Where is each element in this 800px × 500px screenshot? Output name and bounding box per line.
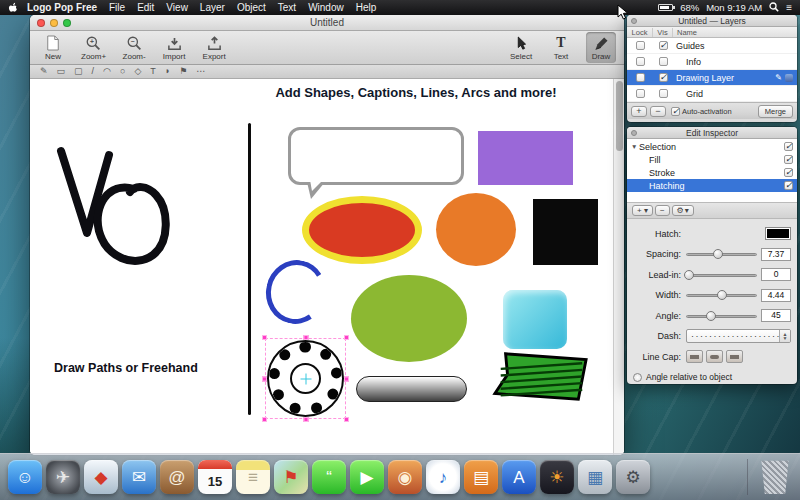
inspector-row-fill[interactable]: Fill xyxy=(627,153,797,166)
new-button[interactable]: New xyxy=(38,32,68,63)
hatch-color-swatch[interactable] xyxy=(765,227,791,240)
lead-in-slider[interactable] xyxy=(686,269,757,281)
speech-bubble-tool-icon[interactable]: ◗ xyxy=(165,67,170,76)
panel-close-icon[interactable] xyxy=(631,18,637,24)
dock-icon-calendar[interactable]: 15 xyxy=(198,460,232,494)
visibility-checkbox[interactable] xyxy=(653,41,673,50)
dock-icon-facetime[interactable]: ▶ xyxy=(350,460,384,494)
dash-select[interactable]: ·······················▲▼ xyxy=(686,329,791,343)
disclosure-icon[interactable]: ▼ xyxy=(631,143,639,150)
dock-icon-messages[interactable]: “ xyxy=(312,460,346,494)
select-button[interactable]: Select xyxy=(506,32,536,63)
selection-handle[interactable] xyxy=(344,417,349,422)
layer-color-icon[interactable] xyxy=(785,74,793,82)
green-striped-flag[interactable] xyxy=(492,350,589,403)
polygon-tool-icon[interactable]: ◇ xyxy=(134,67,141,76)
slider-knob[interactable] xyxy=(717,290,727,300)
canvas[interactable]: Add Shapes, Captions, Lines, Arcs and mo… xyxy=(30,79,624,455)
notification-center-icon[interactable]: ≡ xyxy=(786,2,792,13)
dock-icon-photo-booth[interactable]: ◉ xyxy=(388,460,422,494)
angle-value-field[interactable]: 45 xyxy=(761,309,791,322)
selection-handle[interactable] xyxy=(262,376,267,381)
remove-layer-button[interactable]: − xyxy=(650,106,666,117)
selection-handle[interactable] xyxy=(262,417,267,422)
speech-bubble[interactable] xyxy=(288,127,464,185)
visibility-checkbox[interactable] xyxy=(653,73,673,82)
vertical-scrollbar[interactable] xyxy=(613,79,624,455)
selection-handle[interactable] xyxy=(344,376,349,381)
menu-help[interactable]: Help xyxy=(356,2,377,13)
property-checkbox[interactable] xyxy=(784,155,793,164)
menu-file[interactable]: File xyxy=(109,2,125,13)
gear-menu-button[interactable]: ⚙ ▾ xyxy=(672,205,694,216)
merge-button[interactable]: Merge xyxy=(758,105,793,118)
line-tool-icon[interactable]: / xyxy=(92,67,95,76)
red-ellipse-yellow-border[interactable] xyxy=(302,196,422,264)
more-tool-icon[interactable]: ⋯ xyxy=(196,67,205,76)
zoom-button[interactable] xyxy=(63,19,71,27)
gray-gradient-pill[interactable] xyxy=(356,376,467,402)
dock-icon-notes[interactable]: ≡ xyxy=(236,460,270,494)
selection-handle[interactable] xyxy=(344,335,349,340)
draw-button[interactable]: Draw xyxy=(586,32,616,63)
dock-icon-app-store[interactable]: A xyxy=(502,460,536,494)
linecap-round-button[interactable] xyxy=(706,350,723,363)
dock-icon-trash[interactable] xyxy=(758,460,792,494)
minimize-button[interactable] xyxy=(50,19,58,27)
visibility-checkbox[interactable] xyxy=(653,89,673,98)
green-ellipse[interactable] xyxy=(351,275,467,362)
edit-layer-icon[interactable]: ✎ xyxy=(775,73,782,82)
property-checkbox[interactable] xyxy=(784,142,793,151)
layer-row-info[interactable]: Info xyxy=(627,54,797,70)
menu-object[interactable]: Object xyxy=(237,2,266,13)
dock-icon-contacts[interactable]: @ xyxy=(160,460,194,494)
hatched-circle-selected[interactable] xyxy=(266,339,345,418)
inspector-row-selection[interactable]: ▼Selection xyxy=(627,140,797,153)
slider-knob[interactable] xyxy=(706,311,716,321)
linecap-square-button[interactable] xyxy=(726,350,743,363)
zoom-out-button[interactable]: −Zoom- xyxy=(119,32,149,63)
lock-checkbox[interactable] xyxy=(627,41,653,50)
lock-checkbox[interactable] xyxy=(627,73,653,82)
panel-close-icon[interactable] xyxy=(631,130,637,136)
text-tool-icon[interactable]: T xyxy=(150,67,156,76)
width-value-field[interactable]: 4.44 xyxy=(761,289,791,302)
freehand-tool-icon[interactable]: ✎ xyxy=(40,67,48,76)
width-slider[interactable] xyxy=(686,289,757,301)
dock-icon-preview[interactable]: ▦ xyxy=(578,460,612,494)
spacing-value-field[interactable]: 7.37 xyxy=(761,248,791,261)
close-button[interactable] xyxy=(37,19,45,27)
export-button[interactable]: Export xyxy=(199,32,229,63)
dock-icon-safari[interactable]: ◆ xyxy=(84,460,118,494)
menu-text[interactable]: Text xyxy=(278,2,296,13)
ribbon-tool-icon[interactable]: ⚑ xyxy=(179,67,187,76)
layer-row-grid[interactable]: Grid xyxy=(627,86,797,102)
visibility-checkbox[interactable] xyxy=(653,57,673,66)
apple-menu[interactable] xyxy=(8,2,18,14)
dock-icon-system-preferences[interactable]: ⚙ xyxy=(616,460,650,494)
menu-view[interactable]: View xyxy=(166,2,188,13)
stepper-arrows[interactable]: ▲▼ xyxy=(779,330,790,342)
cyan-rounded-square[interactable] xyxy=(503,290,567,349)
lead-in-value-field[interactable]: 0 xyxy=(761,268,791,281)
lock-checkbox[interactable] xyxy=(627,57,653,66)
ellipse-tool-icon[interactable]: ○ xyxy=(120,67,125,76)
menu-clock[interactable]: Mon 9:19 AM xyxy=(706,2,762,13)
inspector-titlebar[interactable]: Edit Inspector xyxy=(627,127,797,139)
property-checkbox[interactable] xyxy=(784,168,793,177)
layers-panel-titlebar[interactable]: Untitled — Layers xyxy=(627,15,797,27)
zoom-in-button[interactable]: +Zoom+ xyxy=(78,32,109,63)
layer-row-guides[interactable]: Guides xyxy=(627,38,797,54)
arc-tool-icon[interactable]: ◠ xyxy=(103,67,111,76)
black-square[interactable] xyxy=(533,199,598,265)
dock-icon-iphoto[interactable]: ☀ xyxy=(540,460,574,494)
dock-icon-ibooks[interactable]: ▤ xyxy=(464,460,498,494)
auto-activation-checkbox[interactable] xyxy=(671,107,680,116)
slider-knob[interactable] xyxy=(713,249,723,259)
selection-handle[interactable] xyxy=(303,417,308,422)
rectangle-tool-icon[interactable]: ▭ xyxy=(57,67,66,76)
selection-handle[interactable] xyxy=(262,335,267,340)
angle-slider[interactable] xyxy=(686,310,757,322)
linecap-butt-button[interactable] xyxy=(686,350,703,363)
add-property-button[interactable]: + ▾ xyxy=(632,205,653,216)
